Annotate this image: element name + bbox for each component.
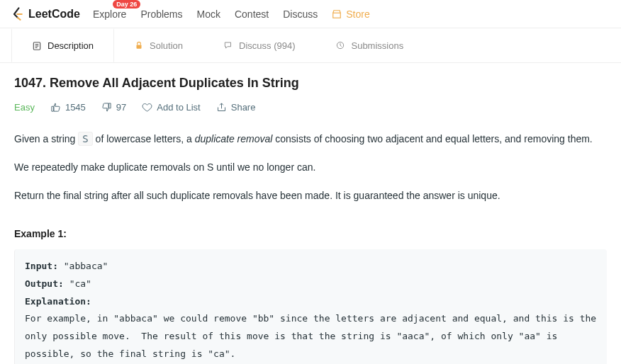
example-box: Input: "abbaca" Output: "ca" Explanation… <box>14 249 607 364</box>
dislike-count: 97 <box>116 102 126 113</box>
explore-badge: Day 26 <box>113 0 140 8</box>
example-output-label: Output: <box>25 278 69 289</box>
desc-p1c: consists of choosing two adjacent and eq… <box>272 133 592 144</box>
tab-solution-label: Solution <box>150 40 183 51</box>
desc-p1a: Given a string <box>14 133 78 144</box>
logo-text: LeetCode <box>28 8 80 21</box>
submissions-icon <box>335 40 345 50</box>
tab-bar: Description Solution Discuss (994) Submi… <box>0 28 621 63</box>
example-explanation-text: For example, in "abbaca" we could remove… <box>25 313 602 358</box>
desc-paragraph-3: Return the final string after all such d… <box>14 188 607 205</box>
store-icon <box>332 9 342 19</box>
svg-rect-5 <box>137 45 142 48</box>
top-nav: LeetCode Explore Day 26 Problems Mock Co… <box>0 0 621 28</box>
problem-content: 1047. Remove All Adjacent Duplicates In … <box>0 63 621 364</box>
nav-discuss[interactable]: Discuss <box>283 8 318 20</box>
add-to-list-button[interactable]: Add to List <box>142 102 200 113</box>
tab-submissions-label: Submissions <box>351 40 403 51</box>
desc-p1-em: duplicate removal <box>195 133 273 144</box>
tab-solution[interactable]: Solution <box>114 28 203 62</box>
tab-submissions[interactable]: Submissions <box>315 28 424 62</box>
desc-paragraph-2: We repeatedly make duplicate removals on… <box>14 159 607 176</box>
logo[interactable]: LeetCode <box>11 7 80 21</box>
example-input-label: Input: <box>25 261 64 271</box>
dislike-button[interactable]: 97 <box>101 102 126 113</box>
tab-description[interactable]: Description <box>11 28 114 62</box>
tab-discuss-label: Discuss (994) <box>239 40 295 51</box>
nav-store[interactable]: Store <box>332 8 369 20</box>
share-button[interactable]: Share <box>216 102 256 113</box>
desc-paragraph-1: Given a string S of lowercase letters, a… <box>14 131 607 148</box>
lock-icon <box>134 40 144 50</box>
like-button[interactable]: 1545 <box>50 102 86 113</box>
heart-icon <box>142 102 152 113</box>
leetcode-logo-icon <box>11 7 24 21</box>
nav-explore-label: Explore <box>93 8 126 20</box>
problem-description: Given a string S of lowercase letters, a… <box>14 131 607 364</box>
nav-explore[interactable]: Explore Day 26 <box>93 8 126 20</box>
nav-store-label: Store <box>346 8 369 20</box>
add-to-list-label: Add to List <box>157 102 200 113</box>
discuss-icon <box>223 40 233 50</box>
example-input-value: "abbaca" <box>64 261 108 271</box>
thumbs-up-icon <box>50 102 61 113</box>
difficulty-badge: Easy <box>14 102 35 113</box>
svg-rect-0 <box>333 13 341 18</box>
example-label: Example 1: <box>14 228 607 239</box>
tab-description-label: Description <box>47 40 94 51</box>
nav-contest[interactable]: Contest <box>235 8 269 20</box>
desc-code-s: S <box>78 132 92 146</box>
problem-meta-row: Easy 1545 97 Add to List Share <box>14 102 607 113</box>
desc-p1b: of lowercase letters, a <box>93 133 195 144</box>
description-icon <box>32 41 42 51</box>
thumbs-down-icon <box>101 102 112 113</box>
example-output-value: "ca" <box>69 278 91 289</box>
problem-title: 1047. Remove All Adjacent Duplicates In … <box>14 76 607 91</box>
like-count: 1545 <box>65 102 86 113</box>
example-explanation-label: Explanation: <box>25 296 97 307</box>
nav-mock[interactable]: Mock <box>197 8 220 20</box>
tab-discuss[interactable]: Discuss (994) <box>203 28 315 62</box>
nav-problems[interactable]: Problems <box>140 8 182 20</box>
share-icon <box>216 102 227 113</box>
share-label: Share <box>231 102 256 113</box>
